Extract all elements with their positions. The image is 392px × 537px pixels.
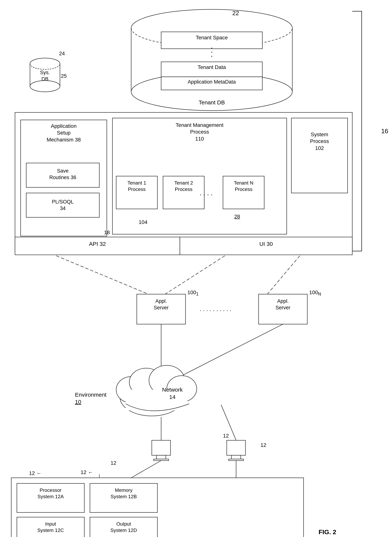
ref-10: 10 <box>75 399 81 405</box>
svg-rect-47 <box>227 440 245 455</box>
ref-22: 22 <box>232 10 239 17</box>
processor-label: ProcessorSystem 12A <box>17 487 84 500</box>
diagram-container: · · · · · · · <box>0 0 392 537</box>
ref-100-1: 1001 <box>187 290 199 297</box>
api-label: API 32 <box>15 241 180 247</box>
ref-24: 24 <box>59 51 65 56</box>
svg-line-35 <box>180 324 283 377</box>
svg-line-30 <box>264 256 300 298</box>
svg-rect-45 <box>154 459 169 461</box>
ref-104: 104 <box>139 219 147 225</box>
ref-12-a: 12 <box>111 460 116 466</box>
environment-label: Environment <box>75 392 107 398</box>
asm-title: ApplicationSetupMechanism 38 <box>21 123 107 143</box>
ref-16: 16 <box>381 127 388 135</box>
tenant1-label: Tenant 1Process <box>116 180 157 193</box>
tenant-data-label: Tenant Data <box>161 64 262 70</box>
ref-12-b: 12 <box>223 433 229 439</box>
svg-text:. . . . . . . . . .: . . . . . . . . . . <box>200 306 231 312</box>
output-label: OutputSystem 12D <box>90 521 157 534</box>
svg-text:·: · <box>211 48 213 56</box>
memory-label: MemorySystem 12B <box>90 487 157 500</box>
save-routines-label: SaveRoutines 36 <box>26 168 99 181</box>
svg-line-50 <box>131 461 161 478</box>
app-metadata-label: Application MetaData <box>161 79 262 85</box>
svg-point-0 <box>131 9 292 47</box>
tmp-title: Tenant ManagementProcess110 <box>112 122 287 142</box>
ref-12-c: 12 <box>261 442 266 448</box>
fig-label: FIG. 2 <box>318 528 336 536</box>
ref-18: 18 <box>104 229 110 236</box>
input-label: InputSystem 12C <box>17 521 84 534</box>
sys-db-label: Sys.DB <box>31 69 59 82</box>
tenantn-label: Tenant NProcess <box>223 180 264 193</box>
svg-point-11 <box>30 58 60 69</box>
svg-rect-49 <box>229 459 244 461</box>
svg-text:·: · <box>211 52 213 60</box>
ref-28: 28 <box>234 214 240 219</box>
svg-line-28 <box>56 256 157 298</box>
tenant-db-label: Tenant DB <box>131 99 292 106</box>
ref-25: 25 <box>61 73 67 79</box>
appl-server-1-label: Appl.Server <box>137 298 186 311</box>
svg-rect-48 <box>231 455 241 459</box>
svg-rect-21 <box>291 118 348 193</box>
system-process-label: SystemProcess102 <box>291 131 348 152</box>
network-label: Network14 <box>139 386 206 401</box>
ui-label: UI 30 <box>180 241 352 247</box>
svg-rect-44 <box>156 455 166 459</box>
ref-100-n: 100N <box>309 290 321 297</box>
svg-text:12 ←: 12 ← <box>81 469 93 475</box>
ref-12-d: 12 ← <box>29 470 42 476</box>
plsoql-label: PL/SOQL34 <box>26 199 99 212</box>
tenant2-label: Tenant 2Process <box>163 180 204 193</box>
svg-text:·: · <box>211 43 213 52</box>
appl-server-n-label: Appl.Server <box>259 298 307 311</box>
tenant-space-label: Tenant Space <box>161 35 262 41</box>
svg-rect-43 <box>152 440 171 455</box>
